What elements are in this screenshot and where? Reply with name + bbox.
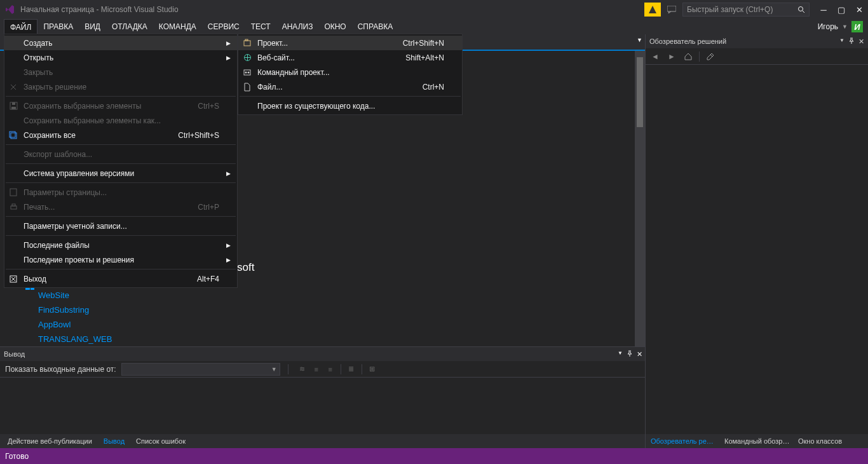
file-menu-item-19[interactable]: Последние проекты и решения▶ [4,252,237,267]
file-menu-dropdown: Создать▶Открыть▶ЗакрытьЗакрыть решениеСо… [4,34,238,288]
quick-launch-input[interactable]: Быстрый запуск (Ctrl+Q) [682,3,810,17]
recent-project-1[interactable]: WebSite [38,288,112,303]
menu-вид[interactable]: ВИД [79,19,106,34]
scroll-thumb[interactable] [637,57,643,127]
menu-item-label: Файл... [257,83,283,92]
file-menu-item-21[interactable]: ВыходAlt+F4 [4,271,237,286]
menu-item-label: Сохранить все [24,131,76,140]
user-avatar[interactable]: И [851,21,863,32]
se-pin-icon[interactable] [848,38,855,46]
tab-dropdown-icon[interactable]: ▼ [637,37,642,43]
submenu-arrow-icon: ▶ [226,170,231,177]
create-menu-item-0[interactable]: Проект...Ctrl+Shift+N [238,36,462,50]
submenu-arrow-icon: ▶ [226,257,231,263]
bottom-tab-2[interactable]: Список ошибок [131,435,191,447]
menu-item-label: Веб-сайт... [257,53,295,62]
user-name[interactable]: Игорь [818,22,838,31]
notification-button[interactable] [644,3,661,17]
recent-project-2[interactable]: FindSubstring [38,303,112,317]
file-menu-item-0[interactable]: Создать▶ [4,36,237,50]
file-menu-item-1[interactable]: Открыть▶ [4,50,237,65]
menu-item-label: Параметры страницы... [24,188,107,197]
pin-icon[interactable] [627,350,633,358]
indent-right-icon[interactable]: ≡ [324,363,337,376]
file-menu-item-16[interactable]: Параметры учетной записи... [4,219,237,233]
create-menu-item-1[interactable]: Веб-сайт...Shift+Alt+N [238,50,462,65]
menu-item-label: Создать [24,39,53,48]
create-menu-item-5[interactable]: Проект из существующего кода... [238,99,462,113]
menu-item-label: Система управления версиями [24,169,134,178]
file-menu-item-18[interactable]: Последние файлы▶ [4,238,237,252]
back-icon[interactable]: ◄ [649,51,661,62]
home-icon[interactable] [682,51,694,62]
menu-правка[interactable]: ПРАВКА [37,19,79,34]
output-bottom-tabs: Действие веб-публикацииВыводСписок ошибо… [0,434,645,448]
website-icon [242,53,252,63]
status-text: Готово [5,452,29,461]
statusbar: Готово [0,448,868,464]
panel-dropdown-icon[interactable]: ▼ [618,350,623,358]
chevron-down-icon[interactable]: ▼ [842,24,848,30]
file-icon [242,82,252,92]
output-source-combo[interactable]: ▼ [121,363,280,376]
se-tab-1[interactable]: Командный обозре... [721,435,794,447]
close-panel-icon[interactable]: ✕ [637,350,642,358]
create-menu-item-3[interactable]: Файл...Ctrl+N [238,79,462,94]
menu-команда[interactable]: КОМАНДА [153,19,202,34]
shortcut-label: Ctrl+Shift+N [403,39,444,48]
scrollbar[interactable] [635,51,645,346]
file-menu-item-7[interactable]: Сохранить всеCtrl+Shift+S [4,128,237,142]
shortcut-label: Ctrl+N [423,83,444,92]
file-menu-item-13: Параметры страницы... [4,185,237,200]
menu-справка[interactable]: СПРАВКА [352,19,399,34]
svg-point-16 [245,72,247,74]
forward-icon[interactable]: ► [666,51,677,62]
bottom-tab-0[interactable]: Действие веб-публикации [3,435,97,447]
properties-icon[interactable] [705,51,716,62]
se-tab-2[interactable]: Окно классов [794,435,846,447]
menu-item-label: Проект из существующего кода... [257,102,375,111]
menu-item-label: Сохранить выбранные элементы как... [24,116,161,125]
save-icon [8,101,18,111]
menu-item-label: Экспорт шаблона... [24,150,92,159]
create-menu-item-2[interactable]: Командный проект... [238,65,462,79]
output-title: Вывод [4,350,25,358]
menu-item-label: Печать... [24,203,55,212]
svg-rect-13 [245,39,248,41]
se-dropdown-icon[interactable]: ▼ [839,38,844,46]
maximize-button[interactable]: ▢ [832,3,850,17]
menu-отладка[interactable]: ОТЛАДКА [106,19,153,34]
project-icon [242,38,252,48]
shortcut-label: Ctrl+P [198,203,219,212]
bottom-tab-1[interactable]: Вывод [98,435,130,447]
menu-item-label: Открыть [24,53,53,62]
svg-rect-8 [10,189,17,196]
menu-item-label: Проект... [257,39,288,48]
recent-project-4[interactable]: TRANSLANG_WEB [38,332,112,346]
menu-файл[interactable]: ФАЙЛ [4,19,37,34]
recent-project-3[interactable]: AppBowl [38,317,112,332]
close-x-icon [8,82,18,92]
menu-окно[interactable]: ОКНО [318,19,351,34]
file-menu-item-11[interactable]: Система управления версиями▶ [4,166,237,181]
save-all-icon [8,130,18,140]
indent-left-icon[interactable]: ≡ [310,363,323,376]
feedback-button[interactable] [663,3,680,17]
clear-icon[interactable]: ≋ [296,363,309,376]
svg-rect-9 [11,206,17,209]
file-menu-item-5: Сохранить выбранные элементыCtrl+S [4,99,237,113]
se-close-icon[interactable]: ✕ [858,38,864,46]
menu-тест[interactable]: ТЕСТ [245,19,276,34]
se-tab-0[interactable]: Обозреватель реше... [647,435,721,447]
menu-сервис[interactable]: СЕРВИС [202,19,245,34]
close-button[interactable]: ✕ [850,3,868,17]
minimize-button[interactable]: ─ [815,3,832,17]
word-wrap-icon[interactable]: ≣ [345,363,358,376]
menubar: ФАЙЛПРАВКАВИДОТЛАДКАКОМАНДАСЕРВИСТЕСТАНА… [0,19,868,34]
toggle-icon[interactable]: ⊞ [366,363,379,376]
page-setup-icon [8,188,18,198]
file-menu-item-9: Экспорт шаблона... [4,147,237,161]
menu-item-label: Последние проекты и решения [24,256,134,264]
show-output-from-label: Показать выходные данные от: [5,365,116,374]
menu-анализ[interactable]: АНАЛИЗ [276,19,319,34]
